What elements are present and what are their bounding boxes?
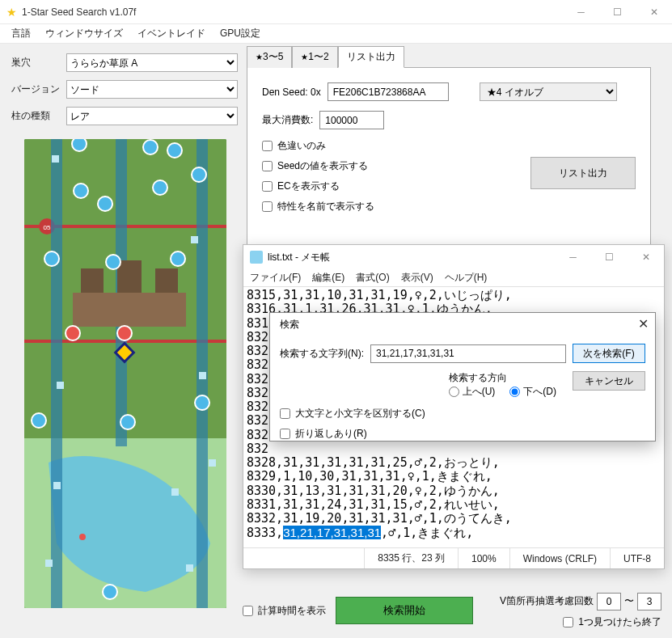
svg-point-13 <box>98 196 112 211</box>
minimize-button[interactable]: ─ <box>563 0 599 24</box>
status-encoding: UTF-8 <box>610 548 664 568</box>
version-select[interactable]: ソード <box>66 80 238 99</box>
svg-text:05: 05 <box>44 224 51 231</box>
dir-up-radio[interactable]: 上へ(U) <box>449 385 496 399</box>
notepad-titlebar[interactable]: list.txt - メモ帳 ─ ☐ ✕ <box>243 245 664 269</box>
tab-1-2[interactable]: 1〜2 <box>292 46 337 68</box>
svg-point-18 <box>171 251 185 266</box>
reroll-min-input[interactable] <box>597 593 621 611</box>
dir-down-radio[interactable]: 下へ(D) <box>509 385 556 399</box>
notepad-maximize-button[interactable]: ☐ <box>591 245 628 269</box>
shiny-only-checkbox[interactable] <box>262 141 273 151</box>
max-input[interactable] <box>319 111 384 129</box>
svg-rect-31 <box>53 482 61 489</box>
notepad-menu-format[interactable]: 書式(O) <box>356 271 389 285</box>
notepad-close-button[interactable]: ✕ <box>628 245 664 269</box>
notepad-menu-view[interactable]: 表示(V) <box>401 271 433 285</box>
find-title: 検索 <box>280 318 299 332</box>
svg-rect-5 <box>81 268 104 293</box>
reroll-max-input[interactable] <box>637 593 661 611</box>
tab-3-5[interactable]: 3〜5 <box>247 46 292 68</box>
start-search-button[interactable]: 検索開始 <box>336 597 473 624</box>
svg-point-15 <box>192 167 206 182</box>
max-label: 最大消費数: <box>262 113 313 127</box>
svg-point-11 <box>167 143 182 158</box>
svg-rect-26 <box>52 155 59 163</box>
svg-point-10 <box>143 140 158 154</box>
direction-label: 検索する方向 <box>449 371 507 385</box>
svg-rect-33 <box>45 560 53 567</box>
svg-point-19 <box>66 326 80 340</box>
find-close-icon[interactable]: ✕ <box>638 316 649 332</box>
show-seed-checkbox[interactable] <box>262 161 273 171</box>
pillar-label: 柱の種類 <box>11 109 66 123</box>
status-zoom: 100% <box>458 548 509 568</box>
find-dialog: 検索 ✕ 検索する文字列(N): 次を検索(F) 検索する方向 上へ(U) 下へ… <box>269 312 656 442</box>
svg-rect-30 <box>209 459 216 467</box>
menu-windowsize[interactable]: ウィンドウサイズ <box>45 27 123 40</box>
wrap-checkbox[interactable] <box>280 429 290 439</box>
svg-rect-7 <box>155 268 178 293</box>
list-output-button[interactable]: リスト出力 <box>530 157 636 189</box>
reroll-label: V箇所再抽選考慮回数 <box>500 594 594 608</box>
svg-point-12 <box>74 184 88 198</box>
tab-list-output[interactable]: リスト出力 <box>338 46 404 68</box>
svg-point-17 <box>106 255 120 269</box>
den-select[interactable]: うららか草原 A <box>66 53 238 72</box>
svg-point-21 <box>32 413 46 428</box>
version-label: バージョン <box>11 82 66 96</box>
menu-language[interactable]: 言語 <box>11 27 31 40</box>
notepad-menu-file[interactable]: ファイル(F) <box>250 271 301 285</box>
show-ec-checkbox[interactable] <box>262 181 273 192</box>
find-input[interactable] <box>370 344 566 363</box>
right-panel: 3〜5 1〜2 リスト出力 Den Seed: 0x ★4 イオルブ 最大消費数… <box>247 45 651 251</box>
window-title: 1-Star Seed Search v1.07f <box>22 6 563 18</box>
svg-point-25 <box>103 585 117 599</box>
svg-rect-4 <box>73 293 186 327</box>
show-time-checkbox[interactable] <box>243 606 253 616</box>
find-label: 検索する文字列(N): <box>280 347 364 361</box>
close-button[interactable]: ✕ <box>636 0 672 24</box>
svg-point-14 <box>153 180 167 195</box>
notepad-icon <box>250 251 263 264</box>
svg-rect-29 <box>199 372 206 379</box>
notepad-menu-help[interactable]: ヘルプ(H) <box>445 271 488 285</box>
svg-rect-34 <box>186 564 193 572</box>
notepad-menu-edit[interactable]: 編集(E) <box>312 271 344 285</box>
den-label: 巣穴 <box>11 56 66 70</box>
find-cancel-button[interactable]: キャンセル <box>573 371 645 391</box>
notepad-title: list.txt - メモ帳 <box>268 251 555 264</box>
menubar: 言語 ウィンドウサイズ イベントレイド GPU設定 <box>0 24 672 44</box>
notepad-minimize-button[interactable]: ─ <box>555 245 591 269</box>
left-panel: 巣穴 うららか草原 A バージョン ソード 柱の種類 レア <box>11 53 238 133</box>
direction-group: 検索する方向 上へ(U) 下へ(D) <box>449 371 556 399</box>
notepad-menubar: ファイル(F) 編集(E) 書式(O) 表示(V) ヘルプ(H) <box>243 269 664 287</box>
menu-eventraid[interactable]: イベントレイド <box>137 27 205 40</box>
bottom-bar: 計算時間を表示 検索開始 V箇所再抽選考慮回数 〜 1つ見つけたら終了 <box>243 591 661 630</box>
find-next-button[interactable]: 次を検索(F) <box>573 344 645 363</box>
svg-rect-32 <box>171 488 179 496</box>
pillar-select[interactable]: レア <box>66 107 238 125</box>
svg-rect-6 <box>117 260 142 293</box>
list-output-panel: Den Seed: 0x ★4 イオルブ 最大消費数: 色違いのみ Seedの値… <box>247 68 651 251</box>
svg-point-24 <box>79 534 86 540</box>
maximize-button[interactable]: ☐ <box>599 0 636 24</box>
match-case-checkbox[interactable] <box>280 408 290 419</box>
seed-label: Den Seed: 0x <box>262 87 321 98</box>
stop-on-first-checkbox[interactable] <box>563 617 573 627</box>
tab-strip: 3〜5 1〜2 リスト出力 <box>247 45 651 68</box>
svg-point-23 <box>195 395 209 410</box>
target-select[interactable]: ★4 イオルブ <box>480 82 617 101</box>
svg-point-22 <box>120 415 135 429</box>
svg-point-16 <box>44 251 59 266</box>
svg-point-20 <box>117 326 132 340</box>
wild-area-map[interactable]: 05 <box>24 139 226 608</box>
svg-rect-27 <box>191 236 198 243</box>
svg-point-9 <box>72 139 87 151</box>
notepad-statusbar: 8335 行、23 列 100% Windows (CRLF) UTF-8 <box>243 547 664 568</box>
ability-name-checkbox[interactable] <box>262 201 273 212</box>
svg-rect-28 <box>57 382 64 389</box>
menu-gpu[interactable]: GPU設定 <box>220 27 260 40</box>
seed-input[interactable] <box>328 82 449 101</box>
main-titlebar: ★ 1-Star Seed Search v1.07f ─ ☐ ✕ <box>0 0 672 24</box>
